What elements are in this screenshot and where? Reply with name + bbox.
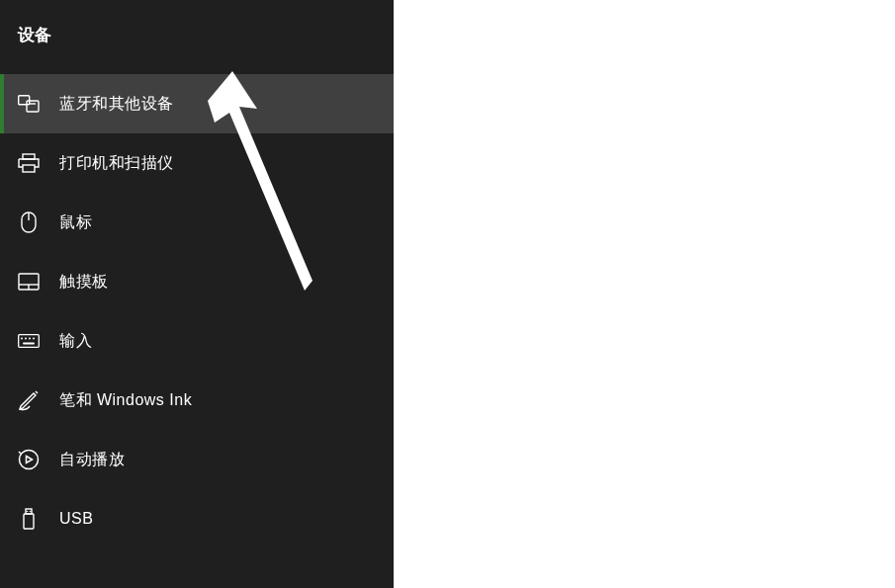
sidebar-item-printers[interactable]: 打印机和扫描仪	[0, 133, 394, 193]
sidebar-item-bluetooth[interactable]: 蓝牙和其他设备	[0, 74, 394, 133]
sidebar-item-label: USB	[59, 510, 93, 528]
sidebar-title: 设备	[0, 0, 394, 74]
sidebar-item-label: 笔和 Windows Ink	[59, 390, 192, 411]
sidebar-item-autoplay[interactable]: 自动播放	[0, 430, 394, 489]
svg-rect-4	[23, 165, 35, 172]
svg-rect-3	[23, 154, 35, 159]
settings-sidebar: 设备 蓝牙和其他设备 打印机和扫描仪	[0, 0, 394, 588]
svg-point-16	[20, 451, 39, 469]
mouse-icon	[18, 211, 40, 233]
usb-icon	[18, 508, 40, 530]
devices-icon	[18, 93, 40, 115]
sidebar-item-label: 输入	[59, 331, 92, 352]
sidebar-item-label: 打印机和扫描仪	[59, 153, 174, 174]
touchpad-icon	[18, 271, 40, 293]
sidebar-item-typing[interactable]: 输入	[0, 311, 394, 371]
sidebar-item-mouse[interactable]: 鼠标	[0, 193, 394, 252]
sidebar-item-label: 鼠标	[59, 212, 92, 233]
printer-icon	[18, 152, 40, 174]
sidebar-nav: 蓝牙和其他设备 打印机和扫描仪 鼠标	[0, 74, 394, 548]
sidebar-item-label: 自动播放	[59, 450, 125, 470]
svg-rect-20	[24, 514, 34, 529]
svg-rect-0	[19, 96, 30, 105]
sidebar-item-touchpad[interactable]: 触摸板	[0, 252, 394, 311]
content-area	[394, 0, 895, 588]
svg-rect-1	[27, 101, 39, 112]
sidebar-item-label: 蓝牙和其他设备	[59, 94, 174, 115]
keyboard-icon	[18, 330, 40, 352]
autoplay-icon	[18, 449, 40, 470]
svg-rect-10	[19, 335, 40, 348]
pen-icon	[18, 389, 40, 411]
sidebar-item-label: 触摸板	[59, 272, 109, 293]
sidebar-item-usb[interactable]: USB	[0, 489, 394, 548]
sidebar-item-pen[interactable]: 笔和 Windows Ink	[0, 371, 394, 430]
